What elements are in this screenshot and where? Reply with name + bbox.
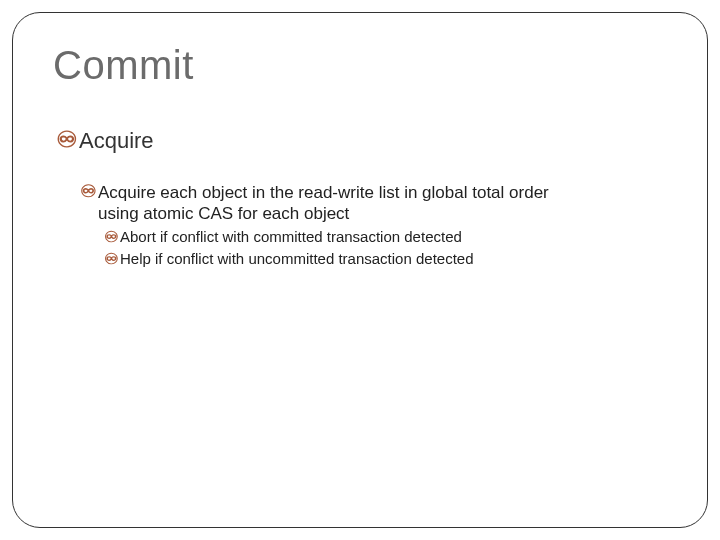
bullet-level2-line1: Acquire each object in the read-write li…	[98, 183, 549, 202]
bullet-marker-icon: ♾	[105, 250, 118, 268]
bullet-marker-icon: ♾	[57, 128, 77, 152]
bullet-level3: ♾ Abort if conflict with committed trans…	[105, 228, 667, 246]
bullet-level2: ♾ Acquire each object in the read-write …	[81, 182, 667, 224]
slide-title: Commit	[53, 43, 667, 88]
bullet-level3-text: Abort if conflict with committed transac…	[120, 228, 462, 246]
slide-frame: Commit ♾ Acquire ♾ Acquire each object i…	[12, 12, 708, 528]
bullet-level2-text: Acquire each object in the read-write li…	[98, 182, 549, 224]
bullet-level3: ♾ Help if conflict with uncommitted tran…	[105, 250, 667, 268]
bullet-level2-line2: using atomic CAS for each object	[98, 203, 549, 224]
bullet-level3-text: Help if conflict with uncommitted transa…	[120, 250, 474, 268]
bullet-marker-icon: ♾	[105, 228, 118, 246]
bullet-marker-icon: ♾	[81, 182, 96, 202]
bullet-level1-text: Acquire	[79, 128, 154, 154]
bullet-level1: ♾ Acquire	[57, 128, 667, 154]
